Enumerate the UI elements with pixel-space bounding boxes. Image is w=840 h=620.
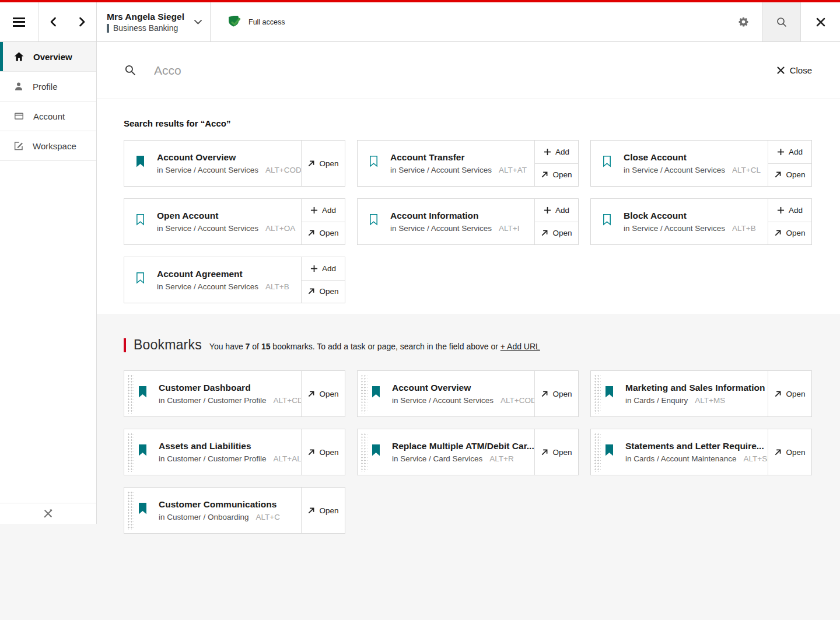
bookmark-path: in Cards / Account Maintenance (625, 454, 737, 463)
back-button[interactable] (46, 13, 61, 30)
app-header: Mrs Angela Siegel Business Banking Full … (0, 2, 840, 42)
bookmark-shortcut: ALT+CD (274, 396, 303, 405)
result-path-row: in Service / Account ServicesALT+B (157, 282, 289, 291)
result-title: Account Transfer (390, 152, 527, 163)
sidebar-tools-button[interactable] (0, 503, 96, 524)
settings-button[interactable] (724, 2, 762, 41)
results-heading: Search results for “Acco” (124, 118, 812, 128)
bookmark-icon (369, 156, 378, 170)
search-input[interactable] (154, 64, 777, 78)
open-task-button[interactable]: Open (302, 280, 345, 303)
search-result-card: Account Overview in Service / Account Se… (124, 140, 345, 187)
tools-icon (43, 508, 54, 519)
open-bookmark-button[interactable]: Open (535, 371, 578, 416)
close-search-button[interactable]: Close (777, 65, 812, 75)
open-task-button[interactable]: Open (302, 141, 345, 186)
drag-handle[interactable] (360, 432, 368, 472)
chevron-right-icon (78, 17, 86, 27)
bookmark-shortcut: ALT+COD (501, 396, 537, 405)
drag-handle[interactable] (593, 432, 601, 472)
bookmark-actions: Open (301, 371, 345, 416)
bookmark-icon (605, 444, 614, 458)
arrow-up-right-icon (307, 449, 315, 456)
result-shortcut: ALT+CL (732, 166, 761, 174)
open-task-button[interactable]: Open (535, 222, 578, 245)
add-bookmark-button[interactable]: Add (768, 141, 811, 163)
plus-icon (777, 206, 785, 214)
add-bookmark-button[interactable]: Add (302, 257, 345, 280)
bookmark-title: Marketing and Sales Information (625, 383, 765, 393)
add-bookmark-button[interactable]: Add (535, 199, 578, 222)
sidebar-item-label: Profile (33, 82, 58, 92)
chevron-down-icon (194, 20, 202, 24)
search-results-panel: Search results for “Acco” Account Overvi… (97, 99, 840, 314)
bookmark-actions: Open (301, 429, 345, 475)
sidebar-item-account[interactable]: Account (0, 101, 96, 131)
search-panel: Close (97, 42, 840, 99)
search-result-card: Account Transfer in Service / Account Se… (357, 140, 579, 187)
sidebar-item-profile[interactable]: Profile (0, 72, 96, 101)
add-bookmark-button[interactable]: Add (302, 199, 345, 222)
sidebar-item-label: Workspace (33, 141, 76, 151)
open-bookmark-button[interactable]: Open (768, 371, 811, 416)
bookmark-card: Account Overview in Service / Account Se… (357, 370, 579, 417)
drag-handle[interactable] (127, 432, 134, 472)
result-shortcut: ALT+B (265, 282, 289, 291)
plus-icon (777, 148, 785, 156)
result-path-row: in Service / Account ServicesALT+OA (157, 224, 295, 233)
result-path: in Service / Account Services (390, 166, 492, 174)
result-path: in Service / Account Services (157, 282, 258, 291)
bookmark-total: 15 (261, 342, 271, 351)
open-task-button[interactable]: Open (768, 163, 811, 187)
card-icon (13, 111, 24, 121)
open-task-button[interactable]: Open (768, 222, 811, 245)
result-title: Open Account (157, 211, 295, 221)
search-toggle-button[interactable] (762, 2, 801, 41)
bookmark-actions: Open (534, 429, 578, 475)
add-bookmark-button[interactable]: Add (535, 141, 578, 163)
add-url-link[interactable]: + Add URL (501, 342, 540, 351)
drag-handle[interactable] (593, 374, 601, 414)
close-app-button[interactable] (801, 2, 840, 41)
plus-icon (544, 206, 551, 214)
result-path: in Service / Account Services (390, 224, 492, 233)
bookmark-card: Replace Multiple ATM/Debit Car... in Ser… (357, 429, 579, 475)
arrow-up-right-icon (307, 390, 315, 398)
add-bookmark-button[interactable]: Add (768, 199, 811, 222)
open-task-button[interactable]: Open (535, 163, 578, 187)
close-search-label: Close (790, 65, 812, 75)
bookmark-shortcut: ALT+MS (695, 396, 725, 405)
result-actions: Add Open (301, 257, 345, 303)
open-task-button[interactable]: Open (302, 222, 345, 245)
sidebar: Overview Profile Account Workspace (0, 42, 97, 524)
sidebar-item-label: Account (33, 111, 65, 121)
open-bookmark-button[interactable]: Open (302, 429, 345, 475)
gear-icon (737, 16, 750, 28)
arrow-up-right-icon (307, 160, 315, 167)
bookmarks-accent-bar (124, 338, 126, 352)
arrow-up-right-icon (307, 288, 315, 295)
drag-handle[interactable] (127, 491, 134, 530)
bookmark-path-row: in Customer / OnboardingALT+C (159, 513, 280, 521)
open-bookmark-button[interactable]: Open (535, 429, 578, 475)
user-context-selector[interactable]: Mrs Angela Siegel Business Banking (97, 2, 211, 41)
open-bookmark-button[interactable]: Open (302, 488, 345, 533)
open-bookmark-button[interactable]: Open (768, 429, 811, 475)
history-nav (38, 2, 97, 41)
result-shortcut: ALT+COD (265, 166, 302, 174)
sidebar-item-workspace[interactable]: Workspace (0, 131, 96, 161)
bookmark-actions: Open (768, 429, 811, 475)
sidebar-item-overview[interactable]: Overview (0, 42, 96, 72)
open-bookmark-button[interactable]: Open (302, 371, 345, 416)
menu-button[interactable] (0, 2, 38, 41)
user-role: Business Banking (113, 23, 178, 33)
arrow-up-right-icon (774, 449, 782, 456)
shield-check-icon (227, 14, 243, 30)
drag-handle[interactable] (360, 374, 368, 414)
result-actions: Add Open (768, 141, 811, 186)
drag-handle[interactable] (127, 374, 134, 414)
bookmark-path: in Customer / Customer Profile (159, 454, 267, 463)
forward-button[interactable] (74, 13, 90, 30)
bookmark-card: Assets and Liabilities in Customer / Cus… (124, 429, 345, 475)
result-shortcut: ALT+I (499, 224, 519, 233)
